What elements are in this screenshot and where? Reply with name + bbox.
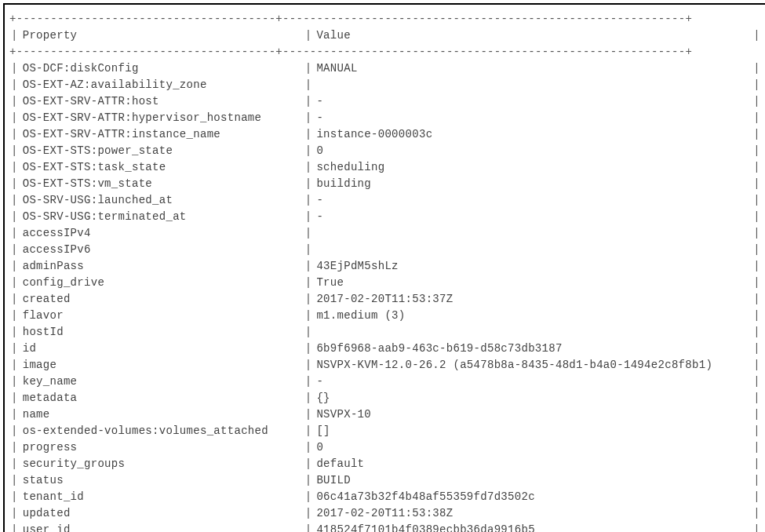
cell-property: os-extended-volumes:volumes_attached bbox=[20, 423, 304, 439]
pipe-char: | bbox=[753, 126, 762, 143]
header-property: Property bbox=[20, 27, 304, 44]
table-divider-top: +--------------------------------------+… bbox=[9, 11, 762, 27]
cell-value: 0 bbox=[313, 439, 753, 456]
pipe-char: | bbox=[753, 225, 762, 242]
pipe-char: | bbox=[753, 472, 762, 489]
pipe-char: | bbox=[753, 505, 762, 522]
table-row: |accessIPv6|| bbox=[9, 242, 762, 258]
cell-property: security_groups bbox=[20, 456, 304, 472]
pipe-char: | bbox=[304, 143, 314, 159]
cell-value: 0 bbox=[313, 143, 753, 159]
cell-value: - bbox=[313, 373, 753, 390]
table-row: |OS-EXT-STS:power_state|0| bbox=[9, 143, 762, 159]
cell-property: OS-EXT-STS:task_state bbox=[20, 159, 304, 176]
cell-value: instance-0000003c bbox=[313, 126, 753, 143]
pipe-char: | bbox=[753, 308, 762, 324]
pipe-char: | bbox=[304, 341, 314, 357]
cell-value: scheduling bbox=[313, 159, 753, 176]
pipe-char: | bbox=[753, 192, 762, 209]
cell-property: metadata bbox=[20, 390, 304, 406]
pipe-char: | bbox=[304, 456, 314, 472]
table-row: |OS-SRV-USG:terminated_at|-| bbox=[9, 209, 762, 225]
pipe-char: | bbox=[304, 126, 314, 143]
cell-value: 418524f7101b4f0389ecbb36da9916b5 bbox=[313, 522, 753, 532]
pipe-char: | bbox=[304, 423, 314, 439]
pipe-char: | bbox=[304, 209, 314, 225]
cell-value: 43EjPdM5shLz bbox=[313, 258, 753, 275]
table-row: |hostId|| bbox=[9, 324, 762, 341]
pipe-char: | bbox=[753, 406, 762, 423]
cell-value: m1.medium (3) bbox=[313, 308, 753, 324]
table-row: |OS-DCF:diskConfig|MANUAL| bbox=[9, 60, 762, 77]
cell-property: OS-SRV-USG:launched_at bbox=[20, 192, 304, 209]
pipe-char: | bbox=[9, 341, 20, 357]
pipe-char: | bbox=[9, 110, 20, 126]
pipe-char: | bbox=[9, 93, 20, 110]
cell-value: NSVPX-10 bbox=[313, 406, 753, 423]
pipe-char: | bbox=[9, 225, 20, 242]
table-divider-mid: +--------------------------------------+… bbox=[9, 44, 762, 60]
pipe-char: | bbox=[753, 489, 762, 505]
cell-value: building bbox=[313, 176, 753, 192]
cell-value: [] bbox=[313, 423, 753, 439]
cell-property: OS-EXT-STS:vm_state bbox=[20, 176, 304, 192]
pipe-char: | bbox=[304, 110, 314, 126]
pipe-char: | bbox=[753, 439, 762, 456]
terminal-output-frame: +--------------------------------------+… bbox=[3, 3, 765, 532]
pipe-char: | bbox=[304, 406, 314, 423]
cell-property: key_name bbox=[20, 373, 304, 390]
pipe-char: | bbox=[753, 143, 762, 159]
pipe-char: | bbox=[753, 390, 762, 406]
table-row: |OS-EXT-SRV-ATTR:host|-| bbox=[9, 93, 762, 110]
pipe-char: | bbox=[304, 439, 314, 456]
table-row: |os-extended-volumes:volumes_attached|[]… bbox=[9, 423, 762, 439]
pipe-char: | bbox=[9, 406, 20, 423]
pipe-char: | bbox=[9, 159, 20, 176]
cell-value: 06c41a73b32f4b48af55359fd7d3502c bbox=[313, 489, 753, 505]
cell-value bbox=[313, 225, 753, 242]
table-row: |flavor|m1.medium (3)| bbox=[9, 308, 762, 324]
table-row: |OS-EXT-AZ:availability_zone|| bbox=[9, 77, 762, 93]
cell-property: created bbox=[20, 291, 304, 308]
cell-value bbox=[313, 77, 753, 93]
table-row: |OS-EXT-SRV-ATTR:instance_name|instance-… bbox=[9, 126, 762, 143]
pipe-char: | bbox=[9, 176, 20, 192]
pipe-char: | bbox=[753, 456, 762, 472]
pipe-char: | bbox=[753, 93, 762, 110]
pipe-char: | bbox=[304, 522, 314, 532]
cell-value bbox=[313, 324, 753, 341]
cell-property: OS-EXT-SRV-ATTR:instance_name bbox=[20, 126, 304, 143]
cell-value: 6b9f6968-aab9-463c-b619-d58c73db3187 bbox=[313, 341, 753, 357]
table-row: |status|BUILD| bbox=[9, 472, 762, 489]
pipe-char: | bbox=[753, 275, 762, 291]
pipe-char: | bbox=[304, 242, 314, 258]
cell-property: adminPass bbox=[20, 258, 304, 275]
cell-property: progress bbox=[20, 439, 304, 456]
table-row: |tenant_id|06c41a73b32f4b48af55359fd7d35… bbox=[9, 489, 762, 505]
table-row: |security_groups|default| bbox=[9, 456, 762, 472]
pipe-char: | bbox=[304, 258, 314, 275]
table-row: |progress|0| bbox=[9, 439, 762, 456]
pipe-char: | bbox=[304, 27, 314, 44]
table-row: |key_name|-| bbox=[9, 373, 762, 390]
cell-property: OS-SRV-USG:terminated_at bbox=[20, 209, 304, 225]
pipe-char: | bbox=[9, 126, 20, 143]
pipe-char: | bbox=[9, 324, 20, 341]
table-row: |updated|2017-02-20T11:53:38Z| bbox=[9, 505, 762, 522]
pipe-char: | bbox=[304, 159, 314, 176]
pipe-char: | bbox=[9, 242, 20, 258]
cell-value bbox=[313, 242, 753, 258]
cell-value: - bbox=[313, 192, 753, 209]
cell-value: 2017-02-20T11:53:38Z bbox=[313, 505, 753, 522]
table-row: |metadata|{}| bbox=[9, 390, 762, 406]
pipe-char: | bbox=[304, 373, 314, 390]
cell-property: tenant_id bbox=[20, 489, 304, 505]
pipe-char: | bbox=[753, 159, 762, 176]
table-row: |OS-EXT-STS:task_state|scheduling| bbox=[9, 159, 762, 176]
pipe-char: | bbox=[753, 324, 762, 341]
pipe-char: | bbox=[304, 291, 314, 308]
table-row: |name|NSVPX-10| bbox=[9, 406, 762, 423]
table-row: |adminPass|43EjPdM5shLz| bbox=[9, 258, 762, 275]
pipe-char: | bbox=[753, 27, 762, 44]
pipe-char: | bbox=[753, 110, 762, 126]
